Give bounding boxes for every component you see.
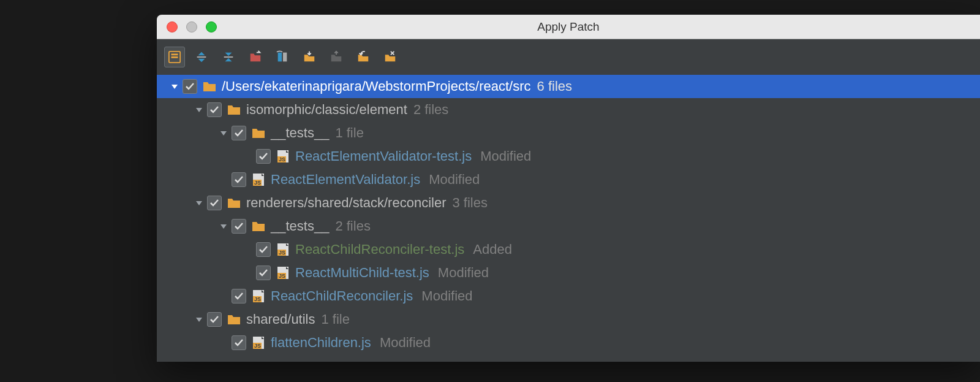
file-status: Modified [380,335,431,351]
svg-text:JS: JS [279,156,285,162]
include-checkbox[interactable] [232,289,246,304]
collapse-all-icon[interactable] [218,47,239,67]
include-checkbox[interactable] [256,242,271,257]
file-count: 2 files [413,102,448,118]
tree-file-row[interactable]: JSReactElementValidator-test.jsModified [157,145,980,168]
expander-icon[interactable] [192,313,206,326]
tree-folder-row[interactable]: /Users/ekaterinaprigara/WebstormProjects… [157,75,980,98]
include-checkbox[interactable] [207,312,222,327]
svg-rect-2 [172,56,178,58]
include-checkbox[interactable] [232,335,246,350]
file-tree: /Users/ekaterinaprigara/WebstormProjects… [157,74,980,362]
expander-icon[interactable] [217,220,230,233]
row-label: ReactChildReconciler-test.js [295,242,464,258]
svg-text:JS: JS [254,296,261,302]
svg-text:JS: JS [254,343,261,349]
exclude-icon[interactable] [326,47,347,67]
include-checkbox[interactable] [256,265,271,280]
close-window-button[interactable] [167,21,178,32]
folder-icon [202,80,217,93]
folder-icon [251,220,266,233]
expander-icon[interactable] [192,196,206,210]
include-checkbox[interactable] [232,172,246,187]
row-label: /Users/ekaterinaprigara/WebstormProjects… [222,78,531,94]
include-checkbox[interactable] [232,219,246,234]
svg-rect-5 [278,53,282,62]
tree-folder-row[interactable]: __tests__2 files [157,215,980,238]
js-file-icon: JS [251,173,266,186]
file-status: Added [473,242,512,258]
tree-folder-row[interactable]: isomorphic/classic/element2 files [157,98,980,121]
apply-patch-window: Apply Patch /Users/ekaterinaprigara/Webs… [157,15,980,362]
file-count: 1 file [322,311,350,327]
js-file-icon: JS [251,336,266,350]
tree-file-row[interactable]: JSReactChildReconciler.jsModified [157,285,980,308]
row-label: ReactElementValidator.js [271,172,420,188]
tree-folder-row[interactable]: renderers/shared/stack/reconciler3 files [157,191,980,215]
svg-text:JS: JS [279,250,285,256]
expander-icon[interactable] [168,80,181,93]
row-label: ReactElementValidator-test.js [295,148,472,164]
rollback-icon[interactable] [353,47,374,67]
toolbar [157,39,980,74]
tree-folder-row[interactable]: shared/utils1 file [157,308,980,331]
row-label: flattenChildren.js [271,335,371,351]
tree-file-row[interactable]: JSflattenChildren.jsModified [157,331,980,354]
titlebar: Apply Patch [157,15,980,39]
file-count: 3 files [452,195,487,211]
svg-rect-1 [172,54,178,56]
minimize-window-button[interactable] [186,21,197,32]
include-checkbox[interactable] [256,149,271,164]
group-by-directory-icon[interactable] [164,47,185,67]
svg-text:JS: JS [279,273,285,279]
tree-folder-row[interactable]: __tests__1 file [157,121,980,145]
svg-text:JS: JS [254,180,261,186]
js-file-icon: JS [276,150,290,163]
row-label: ReactChildReconciler.js [271,288,413,304]
row-label: shared/utils [246,311,315,327]
remove-icon[interactable] [380,47,401,67]
row-label: renderers/shared/stack/reconciler [246,195,446,211]
row-label: ReactMultiChild-test.js [295,265,429,281]
js-file-icon: JS [276,243,290,256]
window-controls [157,21,217,32]
zoom-window-button[interactable] [206,21,217,32]
move-to-changelist-icon[interactable] [245,47,266,67]
svg-rect-6 [283,53,287,62]
show-diff-icon[interactable] [272,47,293,67]
file-count: 1 file [335,125,363,141]
js-file-icon: JS [251,289,266,303]
row-label: __tests__ [271,218,329,234]
include-checkbox[interactable] [183,79,197,94]
file-status: Modified [421,288,472,304]
file-count: 6 files [537,78,572,94]
include-checkbox[interactable] [207,102,222,117]
folder-icon [227,196,241,210]
window-title: Apply Patch [157,20,980,34]
include-checkbox[interactable] [207,196,222,210]
file-status: Modified [480,148,531,164]
file-count: 2 files [335,218,370,234]
folder-icon [251,126,266,140]
file-status: Modified [429,172,480,188]
row-label: __tests__ [271,125,329,141]
js-file-icon: JS [276,266,290,280]
tree-file-row[interactable]: JSReactElementValidator.jsModified [157,168,980,191]
tree-file-row[interactable]: JSReactChildReconciler-test.jsAdded [157,238,980,261]
expander-icon[interactable] [217,126,230,140]
include-icon[interactable] [299,47,320,67]
folder-icon [227,313,241,326]
tree-file-row[interactable]: JSReactMultiChild-test.jsModified [157,261,980,285]
expand-all-icon[interactable] [191,47,212,67]
file-status: Modified [438,265,489,281]
include-checkbox[interactable] [232,126,246,140]
folder-icon [227,103,241,117]
expander-icon[interactable] [192,103,206,117]
row-label: isomorphic/classic/element [246,102,407,118]
